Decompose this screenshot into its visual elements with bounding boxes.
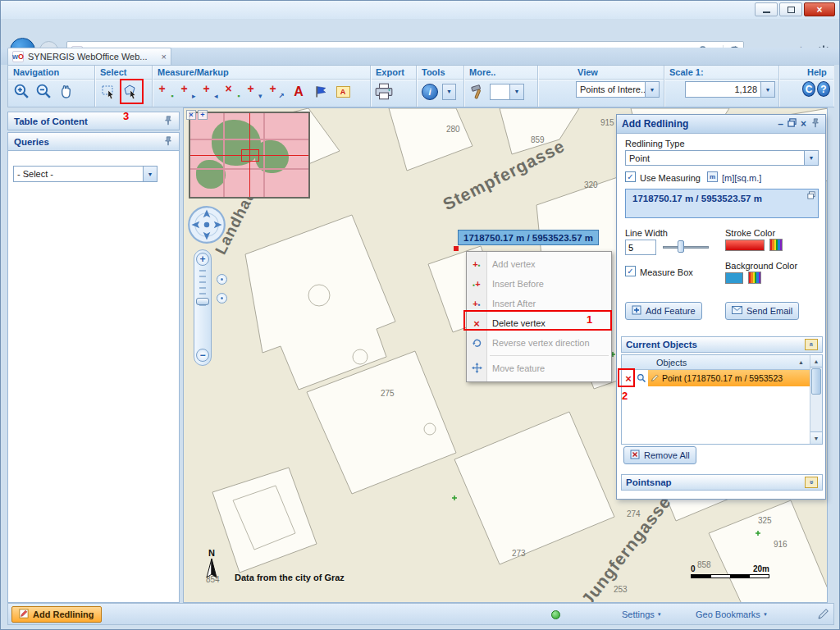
window-controls: × [755, 2, 835, 16]
line-width-slider[interactable] [663, 240, 709, 254]
geo-bookmarks-menu[interactable]: Geo Bookmarks▼ [696, 609, 768, 619]
add-redlining-toggle-button[interactable]: Add Redlining [11, 606, 102, 623]
panel-pin-icon[interactable] [810, 118, 820, 130]
pin-icon[interactable] [163, 116, 173, 127]
minimize-button[interactable] [755, 2, 778, 16]
zoom-out-tool-button[interactable] [34, 81, 53, 102]
expand-section-icon[interactable]: « [805, 477, 818, 488]
sort-ascending-icon[interactable]: ▲ [798, 359, 804, 365]
scroll-down-icon[interactable]: ▼ [810, 431, 822, 444]
pan-tool-button[interactable] [56, 81, 75, 102]
view-dropdown[interactable]: Points of Intere...▼ [576, 81, 660, 98]
remove-all-button[interactable]: Remove All [623, 446, 696, 464]
add-vertex-icon: +▪ [469, 259, 484, 269]
house-number: 320 [584, 180, 598, 189]
add-feature-button[interactable]: Add Feature [625, 302, 702, 320]
close-window-button[interactable]: × [804, 2, 835, 16]
pointsnap-header[interactable]: Pointsnap « [621, 474, 823, 491]
stroke-color-swatch[interactable] [725, 240, 765, 251]
zoom-out-button[interactable]: − [196, 349, 209, 362]
move-feature-tool-button[interactable]: +↗ [267, 81, 286, 102]
zoom-slider[interactable]: + − [194, 249, 212, 366]
house-number: 280 [446, 125, 460, 134]
maximize-button[interactable] [779, 2, 802, 16]
zoom-in-tool-button[interactable] [11, 81, 31, 102]
north-arrow-icon [204, 558, 219, 579]
overview-close-icon[interactable]: × [186, 110, 196, 120]
identify-tool-button[interactable]: i [420, 81, 440, 102]
add-text-tool-button[interactable]: A [289, 81, 308, 102]
overview-map[interactable] [189, 112, 310, 199]
insert-vertex-after-tool-button[interactable]: +◂ [200, 81, 220, 102]
scale-bar-max: 20m [753, 564, 769, 573]
tools-hammer-icon[interactable] [468, 81, 487, 102]
redlining-type-dropdown[interactable]: Point ▼ [625, 150, 819, 166]
more-tools-dropdown[interactable]: ▼ [490, 84, 524, 100]
minimize-icon [763, 11, 770, 13]
background-color-palette-icon[interactable] [748, 272, 761, 284]
send-email-button[interactable]: Send Email [725, 302, 799, 320]
remove-all-label: Remove All [644, 450, 690, 460]
group-label-tools: Tools [417, 66, 463, 79]
background-color-swatch[interactable] [725, 272, 743, 284]
context-menu-item-move-feature[interactable]: Move feature [467, 358, 611, 378]
toolbar-group-measure-markup: Measure/Markup +▪ +▸ +◂ ×▪ +▾ +↗ A A [153, 66, 371, 107]
house-number: 253 [614, 585, 628, 594]
zoom-in-button[interactable]: + [196, 253, 209, 266]
move-feature-icon [469, 363, 484, 375]
pan-compass[interactable] [187, 205, 226, 244]
query-select-dropdown[interactable]: - Select - ▼ [13, 166, 158, 182]
collapse-section-icon[interactable]: « [805, 339, 818, 350]
settings-menu[interactable]: Settings▼ [622, 609, 662, 619]
scroll-up-icon[interactable]: ▲ [810, 355, 822, 368]
objects-scrollbar[interactable]: ▲ ▼ [810, 355, 822, 444]
add-vertex-tool-button[interactable]: +▪ [156, 81, 176, 102]
selected-vertex-marker[interactable] [454, 246, 459, 251]
panel-header[interactable]: Add Redlining – × [617, 115, 825, 134]
north-arrow: N [202, 548, 221, 581]
browser-tab[interactable]: wO SYNERGIS WebOffice Web... × [7, 48, 171, 65]
insert-vertex-before-tool-button[interactable]: +▸ [178, 81, 198, 102]
tab-close-icon[interactable]: × [162, 52, 167, 62]
help-button[interactable]: ? [817, 81, 830, 97]
edit-pencil-icon[interactable] [817, 607, 830, 622]
objects-table-header[interactable]: Objects ▲ [622, 355, 822, 370]
select-rectangle-tool-button[interactable] [98, 81, 118, 102]
overview-extent-box[interactable] [241, 149, 259, 162]
copyright-button[interactable]: C [802, 81, 815, 97]
measure-box-checkbox[interactable]: ✓ [625, 266, 636, 276]
current-objects-header[interactable]: Current Objects « [621, 336, 823, 353]
line-width-input[interactable] [625, 240, 656, 255]
context-menu-item-insert-before[interactable]: ▪+ Insert Before [467, 274, 611, 294]
pin-icon[interactable] [163, 136, 173, 148]
print-button[interactable] [374, 81, 394, 102]
object-row[interactable]: × Point (1718750.17 m / 5953523 [622, 370, 822, 386]
chevron-down-icon: ▼ [763, 612, 768, 617]
object-item[interactable]: Point (1718750.17 m / 5953523 [648, 370, 810, 386]
zoom-preset-button[interactable] [217, 293, 227, 304]
zoom-slider-handle[interactable] [196, 298, 209, 305]
stroke-color-palette-icon[interactable] [769, 239, 783, 251]
title-bar[interactable]: × [1, 1, 839, 19]
queries-header[interactable]: Queries [7, 132, 180, 151]
label-tool-button[interactable]: A [333, 81, 353, 102]
edit-pencil-icon[interactable] [651, 373, 660, 384]
overview-move-icon[interactable]: + [198, 110, 208, 120]
slider-handle[interactable] [678, 240, 684, 253]
use-measuring-checkbox[interactable]: ✓ [625, 171, 636, 182]
context-menu-item-add-vertex[interactable]: +▪ Add vertex [467, 254, 611, 274]
zoom-preset-button[interactable] [217, 274, 227, 285]
table-of-content-header[interactable]: Table of Content [7, 112, 180, 130]
panel-minimize-icon[interactable]: – [778, 118, 783, 130]
copy-icon[interactable] [807, 191, 815, 201]
scale-dropdown[interactable]: 1,128▼ [685, 81, 775, 98]
panel-restore-icon[interactable] [788, 118, 797, 130]
delete-vertex-tool-button[interactable]: ×▪ [222, 81, 242, 102]
move-vertex-tool-button[interactable]: +▾ [244, 81, 264, 102]
panel-close-icon[interactable]: × [801, 118, 806, 130]
context-menu-item-reverse-vertex-direction[interactable]: Reverse vertex direction [467, 333, 611, 353]
scrollbar-thumb[interactable] [811, 368, 821, 395]
zoom-to-object-icon[interactable] [635, 373, 648, 383]
flag-marker-tool-button[interactable] [311, 81, 331, 102]
tools-dropdown-button[interactable]: ▼ [442, 84, 456, 100]
